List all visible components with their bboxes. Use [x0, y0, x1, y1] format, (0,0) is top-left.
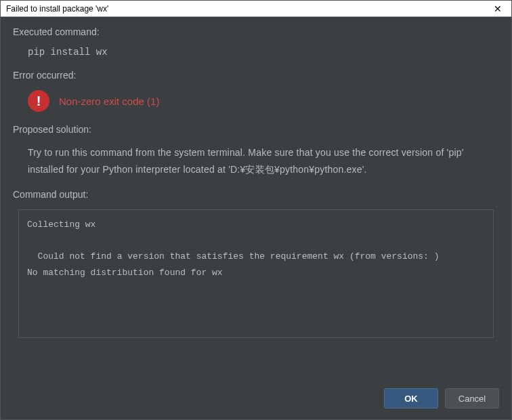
- error-message-text: Non-zero exit code (1): [59, 96, 159, 107]
- titlebar[interactable]: Failed to install package 'wx' ✕: [1, 1, 511, 17]
- dialog-content: Executed command: pip install wx Error o…: [1, 17, 511, 379]
- command-output-label: Command output:: [13, 189, 499, 200]
- executed-command-text: pip install wx: [13, 47, 499, 58]
- command-output-box[interactable]: Collecting wx Could not find a version t…: [18, 209, 494, 338]
- dialog-window: Failed to install package 'wx' ✕ Execute…: [0, 0, 512, 420]
- proposed-solution-text: Try to run this command from the system …: [13, 144, 499, 178]
- error-exclamation-icon: !: [28, 90, 49, 112]
- close-icon: ✕: [494, 3, 502, 14]
- error-occurred-label: Error occurred:: [13, 70, 499, 81]
- proposed-solution-label: Proposed solution:: [13, 124, 499, 135]
- executed-command-label: Executed command:: [13, 26, 499, 37]
- close-button[interactable]: ✕: [487, 1, 509, 16]
- error-row: ! Non-zero exit code (1): [13, 90, 499, 112]
- cancel-button[interactable]: Cancel: [445, 388, 499, 408]
- ok-button[interactable]: OK: [384, 388, 438, 408]
- button-bar: OK Cancel: [1, 379, 511, 419]
- window-title: Failed to install package 'wx': [6, 4, 108, 14]
